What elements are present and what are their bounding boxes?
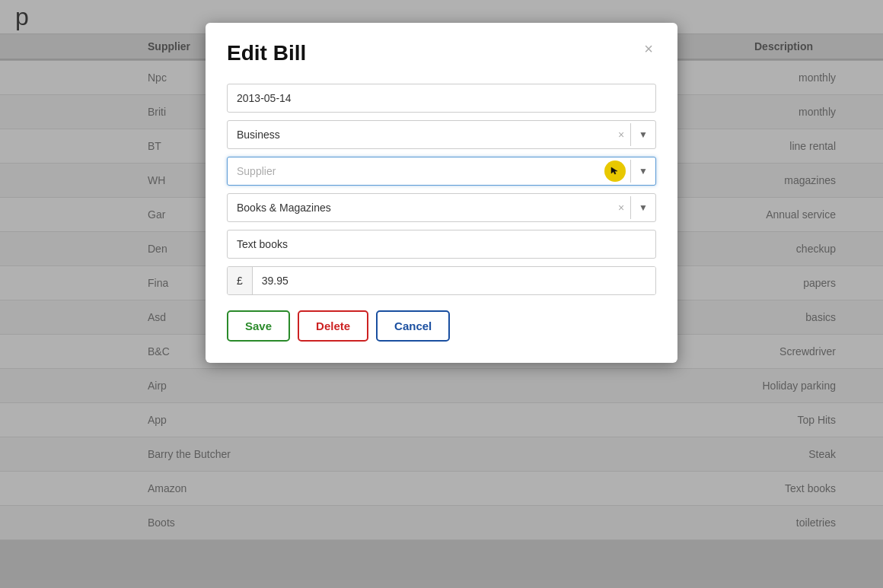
- supplier-select-placeholder: Supplier: [228, 157, 604, 185]
- supplier-dropdown-button[interactable]: ▼: [631, 166, 655, 176]
- supplier-select-wrapper: Supplier ▼: [227, 157, 656, 186]
- account-clear-button[interactable]: ×: [612, 129, 630, 141]
- amount-wrapper: £: [227, 266, 656, 295]
- cursor-indicator: [604, 161, 626, 182]
- account-select-wrapper: Business × ▼: [227, 120, 656, 149]
- description-input[interactable]: [227, 230, 656, 259]
- account-field-group: Business × ▼: [227, 120, 656, 149]
- amount-field-group: £: [227, 266, 656, 295]
- description-field-group: [227, 230, 656, 259]
- category-select-wrapper: Books & Magazines × ▼: [227, 193, 656, 222]
- category-clear-button[interactable]: ×: [612, 202, 630, 214]
- cancel-button[interactable]: Cancel: [376, 310, 450, 342]
- supplier-field-group: Supplier ▼: [227, 157, 656, 186]
- modal-title: Edit Bill: [227, 41, 306, 65]
- category-field-group: Books & Magazines × ▼: [227, 193, 656, 222]
- delete-button[interactable]: Delete: [298, 310, 368, 342]
- edit-bill-modal: Edit Bill × Business × ▼ Supplier ▼: [206, 23, 677, 363]
- currency-prefix: £: [228, 267, 253, 294]
- modal-close-button[interactable]: ×: [641, 41, 656, 56]
- button-group: Save Delete Cancel: [227, 310, 656, 342]
- amount-input[interactable]: [253, 267, 655, 294]
- account-dropdown-button[interactable]: ▼: [631, 129, 655, 140]
- date-input[interactable]: [227, 84, 656, 113]
- modal-header: Edit Bill ×: [227, 41, 656, 65]
- save-button[interactable]: Save: [227, 310, 290, 342]
- account-select-value: Business: [228, 121, 612, 148]
- category-select-value: Books & Magazines: [228, 194, 612, 221]
- cursor-icon: [610, 166, 620, 176]
- category-dropdown-button[interactable]: ▼: [631, 202, 655, 213]
- date-field-group: [227, 84, 656, 113]
